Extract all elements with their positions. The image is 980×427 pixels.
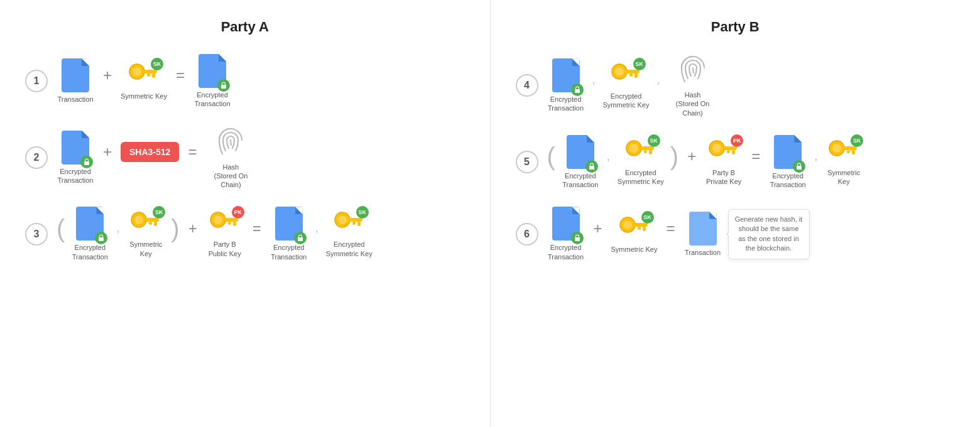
plus-operator-2: +	[103, 143, 112, 172]
step-1-circle: 1	[25, 70, 48, 92]
svg-rect-12	[149, 222, 152, 225]
hash-label-4: Hash(Stored On Chain)	[668, 90, 718, 117]
step-2-row: 2 EncryptedTransaction + SHA3-512	[25, 126, 465, 190]
svg-rect-44	[843, 146, 857, 150]
transaction-doc-icon	[62, 58, 89, 92]
step-4-circle: 4	[516, 74, 538, 97]
enc-transaction-result-label-3: EncryptedTransaction	[271, 243, 307, 261]
enc-transaction-block-5: EncryptedTransaction	[562, 135, 599, 190]
enc-doc-6	[552, 207, 580, 241]
svg-point-43	[832, 144, 841, 153]
svg-rect-10	[145, 218, 159, 222]
tooltip-6: Generate new hash, it should be the same…	[728, 209, 810, 259]
sym-key-block-3: SK SymmetricKey	[127, 210, 165, 258]
enc-transaction-block-2: EncryptedTransaction	[57, 131, 94, 185]
step-5-items: ( EncryptedTransaction ,	[547, 135, 863, 190]
comma-4b: ,	[656, 73, 660, 98]
plus-5: +	[687, 148, 696, 176]
party-b-section: Party B 4 EncryptedTransaction ,	[491, 0, 981, 427]
hash-block-2: Hash(Stored On Chain)	[205, 126, 256, 190]
equals-6: =	[666, 220, 675, 249]
step-3-row: 3 ( EncryptedTransaction ,	[25, 207, 465, 261]
sym-key-label-6: Symmetric Key	[611, 245, 658, 254]
enc-transaction-label-5: EncryptedTransaction	[562, 171, 598, 190]
plus-3: +	[188, 220, 197, 249]
comma-5b: ,	[814, 150, 817, 175]
svg-rect-39	[732, 150, 735, 154]
enc-transaction-block-1: EncryptedTransaction	[193, 54, 231, 109]
enc-transaction-label-2: EncryptedTransaction	[57, 167, 93, 185]
svg-rect-35	[644, 150, 647, 153]
svg-rect-11	[154, 222, 157, 226]
party-a-section: Party A 1 Transaction +	[0, 0, 491, 427]
symmetric-key-label-1: Symmetric Key	[121, 92, 167, 100]
comma-4a: ,	[592, 73, 596, 98]
pk-badge-3: PK	[232, 206, 244, 219]
svg-rect-6	[84, 161, 89, 165]
enc-transaction-result-label-5: EncryptedTransaction	[770, 171, 806, 190]
enc-sym-key-label-5: EncryptedSymmetric Key	[618, 168, 664, 186]
step-6-items: EncryptedTransaction + SK	[547, 207, 810, 261]
step-6-row: 6 EncryptedTransaction +	[516, 207, 956, 261]
lock-badge-result-5	[793, 160, 805, 173]
step-3-circle: 3	[25, 223, 48, 246]
lock-badge-5	[585, 160, 598, 173]
step-5-row: 5 ( EncryptedTransaction ,	[516, 135, 956, 190]
step-6-circle: 6	[516, 223, 538, 246]
comma-5a: ,	[607, 150, 610, 175]
svg-point-1	[133, 67, 141, 76]
lock-badge-result-3	[294, 232, 307, 244]
svg-rect-18	[298, 237, 303, 241]
priv-wrap-5: PK	[708, 138, 739, 166]
svg-point-20	[338, 215, 347, 224]
sym-key-result-label-5: SymmetricKey	[827, 168, 860, 186]
enc-sk-badge-3: SK	[356, 206, 369, 219]
svg-rect-41	[797, 166, 802, 170]
svg-point-26	[615, 67, 624, 76]
transaction-label: Transaction	[57, 95, 93, 104]
enc-sk-wrap-4: SK	[611, 62, 642, 89]
sk-badge-result-5: SK	[851, 134, 863, 147]
step-4-items: EncryptedTransaction , SK	[547, 54, 718, 117]
svg-rect-28	[634, 73, 638, 78]
priv-badge-5: PK	[731, 134, 743, 147]
sym-key-label-3: SymmetricKey	[129, 240, 162, 258]
enc-sk-badge-4: SK	[633, 58, 646, 70]
enc-transaction-label-6: EncryptedTransaction	[548, 243, 584, 261]
step-3-items: ( EncryptedTransaction ,	[57, 207, 373, 261]
svg-rect-3	[152, 73, 155, 78]
sk-badge-1: SK	[151, 58, 163, 70]
svg-rect-24	[575, 89, 580, 93]
paren-open-3: (	[57, 216, 65, 252]
enc-doc-4	[552, 58, 580, 92]
lock-badge-4	[571, 84, 584, 96]
equals-2: =	[188, 143, 197, 172]
sk-wrap-6: SK	[619, 215, 650, 242]
enc-doc-3	[76, 207, 104, 241]
enc-sym-key-label-4: EncryptedSymmetric Key	[603, 92, 650, 110]
hash-label-2: Hash(Stored On Chain)	[205, 163, 256, 190]
main-container: Party A 1 Transaction +	[0, 0, 980, 427]
step-1-items: Transaction + SK Sym	[57, 54, 231, 109]
paren-open-5: (	[547, 144, 555, 180]
transaction-block: Transaction	[57, 58, 94, 104]
svg-rect-47	[575, 237, 580, 241]
enc-transaction-doc-icon-2	[62, 131, 89, 165]
svg-rect-15	[224, 218, 238, 222]
lock-badge-6	[571, 232, 584, 244]
svg-rect-33	[640, 146, 654, 150]
plus-6: +	[594, 220, 602, 249]
svg-point-14	[214, 215, 222, 224]
svg-point-49	[623, 220, 632, 229]
equals-5: =	[751, 148, 760, 176]
enc-sym-key-block-4: SK EncryptedSymmetric Key	[603, 62, 650, 110]
enc-doc-5	[567, 135, 594, 169]
svg-rect-29	[629, 73, 633, 77]
enc-transaction-block-4: EncryptedTransaction	[547, 58, 585, 113]
sk-badge-3: SK	[153, 206, 165, 219]
paren-close-3: )	[171, 216, 179, 252]
sym-key-result-5: SK SymmetricKey	[825, 138, 863, 186]
enc-transaction-result-3: EncryptedTransaction	[270, 207, 308, 261]
comma-3a: ,	[116, 222, 119, 246]
sk-key-wrap-1: SK	[128, 62, 160, 89]
